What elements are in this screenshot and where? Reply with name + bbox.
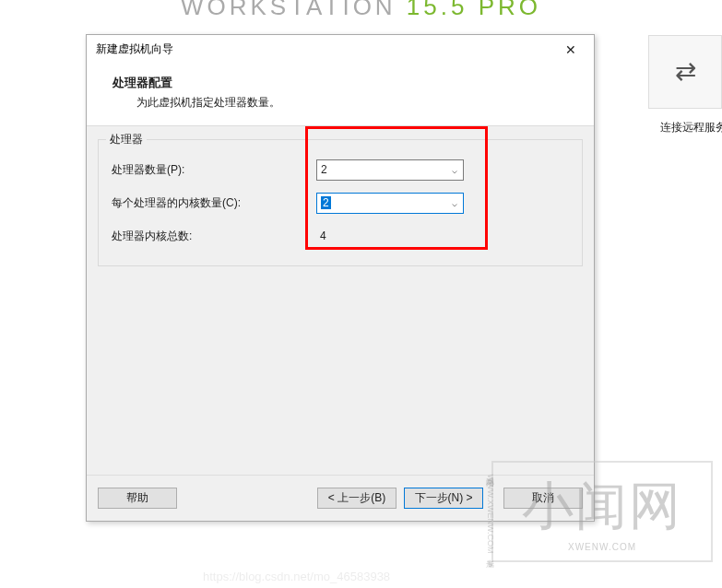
- next-button[interactable]: 下一步(N) >: [404, 488, 483, 509]
- connect-remote-server-tile[interactable]: ⇄: [648, 35, 722, 109]
- background-side-tile: ⇄ 连接远程服务: [630, 26, 722, 146]
- wizard-header: 处理器配置 为此虚拟机指定处理器数量。: [87, 64, 594, 126]
- fieldset-legend: 处理器: [106, 132, 147, 147]
- processors-fieldset: 处理器 处理器数量(P): 2 ⌵ 每个处理器的内核数量(C): 2 ⌵: [98, 139, 583, 266]
- processor-count-label: 处理器数量(P):: [112, 162, 316, 178]
- total-cores-label: 处理器内核总数:: [112, 229, 316, 244]
- total-cores-value: 4: [316, 229, 326, 242]
- cores-per-processor-value: 2: [321, 196, 331, 209]
- watermark-blog-url: https://blog.csdn.net/mo_46583938: [203, 570, 390, 583]
- background-app-title: WORKSTATION 15.5 PRO: [0, 0, 722, 21]
- back-button[interactable]: < 上一步(B): [317, 488, 397, 509]
- titlebar: 新建虚拟机向导 ✕: [87, 35, 594, 64]
- processor-count-select[interactable]: 2 ⌵: [316, 159, 464, 181]
- new-vm-wizard-dialog: 新建虚拟机向导 ✕ 处理器配置 为此虚拟机指定处理器数量。 处理器 处理器数量(…: [86, 34, 595, 522]
- help-button[interactable]: 帮助: [98, 488, 177, 509]
- wizard-step-title: 处理器配置: [112, 75, 575, 91]
- cancel-button[interactable]: 取消: [503, 488, 583, 509]
- processor-count-value: 2: [321, 163, 327, 176]
- connect-remote-label: 连接远程服务: [660, 120, 722, 135]
- transfer-arrows-icon: ⇄: [675, 59, 696, 85]
- close-button[interactable]: ✕: [557, 42, 585, 57]
- watermark-small-text: XWENW.COM: [568, 542, 636, 552]
- cores-per-processor-select[interactable]: 2 ⌵: [316, 193, 464, 214]
- cores-per-processor-label: 每个处理器的内核数量(C):: [112, 195, 316, 211]
- wizard-content: 处理器 处理器数量(P): 2 ⌵ 每个处理器的内核数量(C): 2 ⌵: [87, 126, 594, 475]
- cores-per-processor-row: 每个处理器的内核数量(C): 2 ⌵: [112, 186, 569, 219]
- total-cores-row: 处理器内核总数: 4: [112, 219, 569, 253]
- processor-count-row: 处理器数量(P): 2 ⌵: [112, 153, 569, 186]
- chevron-down-icon: ⌵: [452, 198, 457, 208]
- wizard-button-bar: 帮助 < 上一步(B) 下一步(N) > 取消: [87, 475, 594, 521]
- close-icon: ✕: [565, 42, 576, 57]
- dialog-title: 新建虚拟机向导: [96, 41, 173, 57]
- wizard-step-description: 为此虚拟机指定处理器数量。: [136, 95, 575, 111]
- chevron-down-icon: ⌵: [452, 165, 457, 175]
